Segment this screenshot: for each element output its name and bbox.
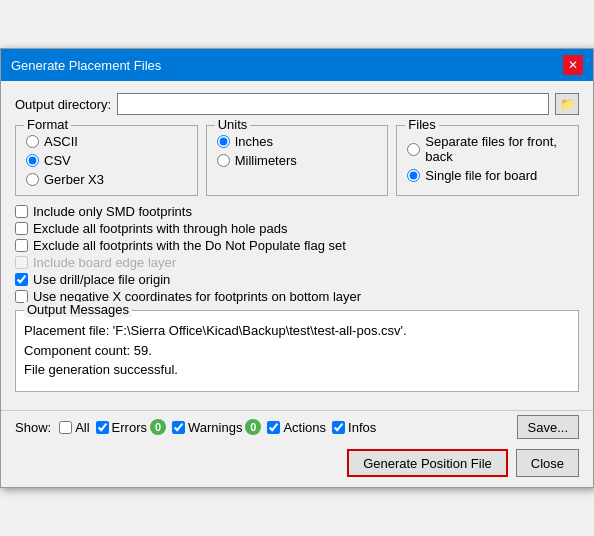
format-csv: CSV [26, 153, 187, 168]
files-separate-label: Separate files for front, back [425, 134, 568, 164]
output-line-3: File generation successful. [24, 360, 570, 380]
files-single-label: Single file for board [425, 168, 537, 183]
files-single-radio[interactable] [407, 169, 420, 182]
filter-errors-label: Errors [112, 420, 147, 435]
units-inches: Inches [217, 134, 378, 149]
board-edge-checkbox [15, 256, 28, 269]
cb-drill-place: Use drill/place file origin [15, 272, 579, 287]
units-group: Units Inches Millimeters [206, 125, 389, 196]
board-edge-label: Include board edge layer [33, 255, 176, 270]
filter-errors: Errors 0 [96, 419, 166, 435]
output-messages-box: Output Messages Placement file: 'F:\Sier… [15, 310, 579, 392]
filter-warnings-label: Warnings [188, 420, 242, 435]
show-label: Show: [15, 420, 51, 435]
units-inches-radio[interactable] [217, 135, 230, 148]
format-ascii-radio[interactable] [26, 135, 39, 148]
format-csv-label: CSV [44, 153, 71, 168]
cb-smd-only: Include only SMD footprints [15, 204, 579, 219]
output-line-1: Placement file: 'F:\Sierra Office\Kicad\… [24, 321, 570, 341]
format-ascii-label: ASCII [44, 134, 78, 149]
filter-all-label: All [75, 420, 89, 435]
filter-actions-checkbox[interactable] [267, 421, 280, 434]
smd-only-label: Include only SMD footprints [33, 204, 192, 219]
exclude-dnp-label: Exclude all footprints with the Do Not P… [33, 238, 346, 253]
filter-infos: Infos [332, 420, 376, 435]
output-dir-input[interactable] [117, 93, 549, 115]
browse-folder-button[interactable]: 📁 [555, 93, 579, 115]
filter-actions: Actions [267, 420, 326, 435]
filter-all: All [59, 420, 89, 435]
format-gerber-label: Gerber X3 [44, 172, 104, 187]
format-legend: Format [24, 117, 71, 132]
format-gerber-radio[interactable] [26, 173, 39, 186]
units-mm: Millimeters [217, 153, 378, 168]
format-group: Format ASCII CSV Gerber X3 [15, 125, 198, 196]
files-group: Files Separate files for front, back Sin… [396, 125, 579, 196]
folder-icon: 📁 [560, 97, 575, 111]
format-gerber: Gerber X3 [26, 172, 187, 187]
drill-place-checkbox[interactable] [15, 273, 28, 286]
title-close-button[interactable]: ✕ [563, 55, 583, 75]
cb-exclude-through-hole: Exclude all footprints with through hole… [15, 221, 579, 236]
warnings-badge: 0 [245, 419, 261, 435]
generate-position-file-button[interactable]: Generate Position File [347, 449, 508, 477]
buttons-row: Generate Position File Close [1, 443, 593, 487]
files-single: Single file for board [407, 168, 568, 183]
format-ascii: ASCII [26, 134, 187, 149]
cb-exclude-dnp: Exclude all footprints with the Do Not P… [15, 238, 579, 253]
output-line-2: Component count: 59. [24, 341, 570, 361]
units-mm-label: Millimeters [235, 153, 297, 168]
files-separate: Separate files for front, back [407, 134, 568, 164]
output-dir-label: Output directory: [15, 97, 111, 112]
units-inches-label: Inches [235, 134, 273, 149]
dialog: Generate Placement Files ✕ Output direct… [0, 48, 594, 488]
output-dir-row: Output directory: 📁 [15, 93, 579, 115]
output-messages-legend: Output Messages [24, 302, 132, 317]
output-messages-content: Placement file: 'F:\Sierra Office\Kicad\… [16, 311, 578, 391]
filter-warnings-checkbox[interactable] [172, 421, 185, 434]
errors-badge: 0 [150, 419, 166, 435]
dialog-content: Output directory: 📁 Format ASCII CSV [1, 81, 593, 410]
drill-place-label: Use drill/place file origin [33, 272, 170, 287]
exclude-dnp-checkbox[interactable] [15, 239, 28, 252]
checkboxes-section: Include only SMD footprints Exclude all … [15, 204, 579, 304]
save-button[interactable]: Save... [517, 415, 579, 439]
units-legend: Units [215, 117, 251, 132]
files-separate-radio[interactable] [407, 143, 420, 156]
options-row: Format ASCII CSV Gerber X3 Units [15, 125, 579, 196]
filter-all-checkbox[interactable] [59, 421, 72, 434]
exclude-through-hole-label: Exclude all footprints with through hole… [33, 221, 287, 236]
bottom-bar: Show: All Errors 0 Warnings 0 Actions In… [1, 410, 593, 443]
filter-errors-checkbox[interactable] [96, 421, 109, 434]
close-button[interactable]: Close [516, 449, 579, 477]
filter-infos-checkbox[interactable] [332, 421, 345, 434]
title-bar: Generate Placement Files ✕ [1, 49, 593, 81]
exclude-through-hole-checkbox[interactable] [15, 222, 28, 235]
files-legend: Files [405, 117, 438, 132]
cb-board-edge: Include board edge layer [15, 255, 579, 270]
units-mm-radio[interactable] [217, 154, 230, 167]
filter-warnings: Warnings 0 [172, 419, 261, 435]
dialog-title: Generate Placement Files [11, 58, 161, 73]
smd-only-checkbox[interactable] [15, 205, 28, 218]
format-csv-radio[interactable] [26, 154, 39, 167]
filter-infos-label: Infos [348, 420, 376, 435]
filter-actions-label: Actions [283, 420, 326, 435]
